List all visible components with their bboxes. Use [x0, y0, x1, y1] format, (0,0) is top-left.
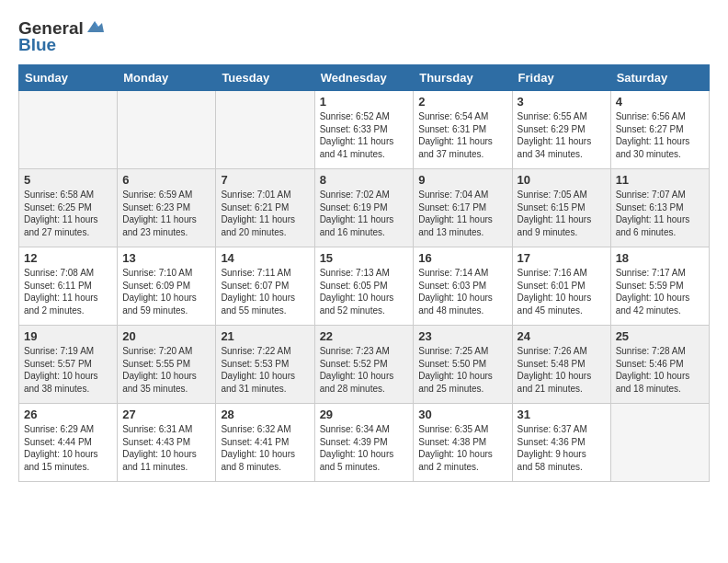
day-info: Sunrise: 7:02 AM Sunset: 6:19 PM Dayligh…	[320, 189, 409, 238]
day-info: Sunrise: 7:11 AM Sunset: 6:07 PM Dayligh…	[221, 267, 309, 316]
logo: General Blue	[18, 18, 106, 55]
day-number: 14	[221, 251, 309, 265]
calendar-cell: 11Sunrise: 7:07 AM Sunset: 6:13 PM Dayli…	[610, 169, 709, 247]
col-header-friday: Friday	[512, 65, 610, 91]
day-info: Sunrise: 7:25 AM Sunset: 5:50 PM Dayligh…	[418, 345, 506, 395]
calendar-cell: 14Sunrise: 7:11 AM Sunset: 6:07 PM Dayli…	[216, 247, 314, 326]
day-info: Sunrise: 7:04 AM Sunset: 6:17 PM Dayligh…	[418, 189, 506, 238]
logo-blue-text: Blue	[18, 35, 56, 55]
calendar-header-row: SundayMondayTuesdayWednesdayThursdayFrid…	[19, 65, 710, 91]
calendar-week-row: 5Sunrise: 6:58 AM Sunset: 6:25 PM Daylig…	[19, 169, 710, 247]
day-info: Sunrise: 6:34 AM Sunset: 4:39 PM Dayligh…	[320, 423, 409, 473]
calendar-cell	[610, 404, 709, 482]
calendar-cell: 12Sunrise: 7:08 AM Sunset: 6:11 PM Dayli…	[19, 247, 118, 326]
day-number: 7	[221, 173, 309, 187]
day-number: 11	[616, 173, 704, 187]
day-info: Sunrise: 6:29 AM Sunset: 4:44 PM Dayligh…	[24, 423, 112, 473]
day-info: Sunrise: 7:01 AM Sunset: 6:21 PM Dayligh…	[221, 189, 309, 238]
day-number: 4	[616, 95, 704, 109]
day-number: 16	[418, 251, 506, 265]
day-number: 29	[320, 408, 409, 421]
day-info: Sunrise: 7:26 AM Sunset: 5:48 PM Dayligh…	[518, 345, 606, 395]
day-info: Sunrise: 6:52 AM Sunset: 6:33 PM Dayligh…	[320, 110, 409, 160]
day-number: 8	[320, 173, 409, 187]
col-header-sunday: Sunday	[19, 65, 118, 91]
col-header-thursday: Thursday	[414, 65, 512, 91]
day-info: Sunrise: 7:23 AM Sunset: 5:52 PM Dayligh…	[320, 345, 409, 395]
day-info: Sunrise: 7:10 AM Sunset: 6:09 PM Dayligh…	[122, 267, 210, 316]
calendar-cell: 7Sunrise: 7:01 AM Sunset: 6:21 PM Daylig…	[216, 169, 314, 247]
day-number: 6	[122, 173, 210, 187]
day-number: 27	[122, 408, 210, 421]
day-number: 28	[221, 408, 309, 421]
day-number: 23	[418, 329, 506, 343]
calendar-cell: 18Sunrise: 7:17 AM Sunset: 5:59 PM Dayli…	[610, 247, 709, 326]
day-info: Sunrise: 6:55 AM Sunset: 6:29 PM Dayligh…	[518, 110, 606, 160]
calendar-cell: 26Sunrise: 6:29 AM Sunset: 4:44 PM Dayli…	[19, 404, 118, 482]
day-number: 1	[320, 95, 409, 109]
calendar-week-row: 1Sunrise: 6:52 AM Sunset: 6:33 PM Daylig…	[19, 91, 710, 169]
calendar-cell: 29Sunrise: 6:34 AM Sunset: 4:39 PM Dayli…	[314, 404, 414, 482]
calendar-cell: 8Sunrise: 7:02 AM Sunset: 6:19 PM Daylig…	[314, 169, 414, 247]
day-number: 13	[122, 251, 210, 265]
calendar-cell: 16Sunrise: 7:14 AM Sunset: 6:03 PM Dayli…	[414, 247, 512, 326]
day-info: Sunrise: 7:07 AM Sunset: 6:13 PM Dayligh…	[616, 189, 704, 238]
calendar-cell: 22Sunrise: 7:23 AM Sunset: 5:52 PM Dayli…	[314, 326, 414, 404]
day-number: 20	[122, 329, 210, 343]
calendar-cell: 5Sunrise: 6:58 AM Sunset: 6:25 PM Daylig…	[19, 169, 118, 247]
day-number: 30	[418, 408, 506, 421]
day-number: 9	[418, 173, 506, 187]
calendar-cell: 25Sunrise: 7:28 AM Sunset: 5:46 PM Dayli…	[610, 326, 709, 404]
calendar-cell	[19, 91, 118, 169]
day-number: 10	[518, 173, 606, 187]
day-info: Sunrise: 6:32 AM Sunset: 4:41 PM Dayligh…	[221, 423, 309, 473]
calendar-cell: 27Sunrise: 6:31 AM Sunset: 4:43 PM Dayli…	[118, 404, 216, 482]
calendar-cell: 19Sunrise: 7:19 AM Sunset: 5:57 PM Dayli…	[19, 326, 118, 404]
day-number: 15	[320, 251, 409, 265]
day-number: 2	[418, 95, 506, 109]
page-header: General Blue	[18, 18, 710, 55]
calendar-cell: 6Sunrise: 6:59 AM Sunset: 6:23 PM Daylig…	[118, 169, 216, 247]
logo-bird-icon	[85, 19, 106, 34]
calendar-cell: 30Sunrise: 6:35 AM Sunset: 4:38 PM Dayli…	[414, 404, 512, 482]
col-header-wednesday: Wednesday	[314, 65, 414, 91]
calendar-cell: 20Sunrise: 7:20 AM Sunset: 5:55 PM Dayli…	[118, 326, 216, 404]
day-info: Sunrise: 7:19 AM Sunset: 5:57 PM Dayligh…	[24, 345, 112, 395]
calendar-cell: 9Sunrise: 7:04 AM Sunset: 6:17 PM Daylig…	[414, 169, 512, 247]
day-number: 19	[24, 329, 112, 343]
day-number: 25	[616, 329, 704, 343]
day-info: Sunrise: 7:20 AM Sunset: 5:55 PM Dayligh…	[122, 345, 210, 395]
calendar-week-row: 12Sunrise: 7:08 AM Sunset: 6:11 PM Dayli…	[19, 247, 710, 326]
calendar-cell: 13Sunrise: 7:10 AM Sunset: 6:09 PM Dayli…	[118, 247, 216, 326]
day-number: 22	[320, 329, 409, 343]
calendar-cell: 15Sunrise: 7:13 AM Sunset: 6:05 PM Dayli…	[314, 247, 414, 326]
calendar-cell: 4Sunrise: 6:56 AM Sunset: 6:27 PM Daylig…	[610, 91, 709, 169]
day-number: 24	[518, 329, 606, 343]
col-header-tuesday: Tuesday	[216, 65, 314, 91]
day-number: 3	[518, 95, 606, 109]
calendar-cell: 2Sunrise: 6:54 AM Sunset: 6:31 PM Daylig…	[414, 91, 512, 169]
day-info: Sunrise: 7:14 AM Sunset: 6:03 PM Dayligh…	[418, 267, 506, 316]
day-info: Sunrise: 7:22 AM Sunset: 5:53 PM Dayligh…	[221, 345, 309, 395]
day-info: Sunrise: 7:16 AM Sunset: 6:01 PM Dayligh…	[518, 267, 606, 316]
day-number: 18	[616, 251, 704, 265]
col-header-monday: Monday	[118, 65, 216, 91]
calendar-cell	[216, 91, 314, 169]
calendar-cell: 21Sunrise: 7:22 AM Sunset: 5:53 PM Dayli…	[216, 326, 314, 404]
day-info: Sunrise: 6:54 AM Sunset: 6:31 PM Dayligh…	[418, 110, 506, 160]
col-header-saturday: Saturday	[610, 65, 709, 91]
day-info: Sunrise: 6:31 AM Sunset: 4:43 PM Dayligh…	[122, 423, 210, 473]
day-info: Sunrise: 6:59 AM Sunset: 6:23 PM Dayligh…	[122, 189, 210, 238]
day-info: Sunrise: 7:13 AM Sunset: 6:05 PM Dayligh…	[320, 267, 409, 316]
calendar-week-row: 19Sunrise: 7:19 AM Sunset: 5:57 PM Dayli…	[19, 326, 710, 404]
calendar-cell: 3Sunrise: 6:55 AM Sunset: 6:29 PM Daylig…	[512, 91, 610, 169]
day-number: 5	[24, 173, 112, 187]
calendar-cell: 17Sunrise: 7:16 AM Sunset: 6:01 PM Dayli…	[512, 247, 610, 326]
day-info: Sunrise: 6:35 AM Sunset: 4:38 PM Dayligh…	[418, 423, 506, 473]
calendar-week-row: 26Sunrise: 6:29 AM Sunset: 4:44 PM Dayli…	[19, 404, 710, 482]
calendar-cell	[118, 91, 216, 169]
day-info: Sunrise: 7:08 AM Sunset: 6:11 PM Dayligh…	[24, 267, 112, 316]
calendar-cell: 28Sunrise: 6:32 AM Sunset: 4:41 PM Dayli…	[216, 404, 314, 482]
day-number: 31	[518, 408, 606, 421]
calendar-cell: 1Sunrise: 6:52 AM Sunset: 6:33 PM Daylig…	[314, 91, 414, 169]
